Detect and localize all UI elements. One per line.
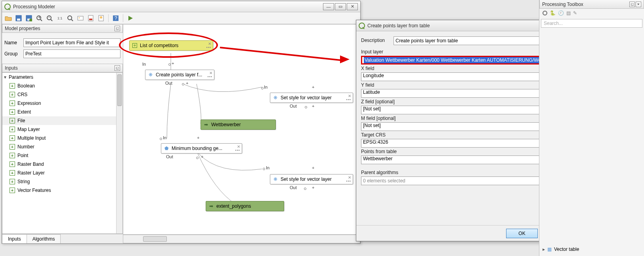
svg-rect-1 xyxy=(17,19,20,21)
svg-point-11 xyxy=(68,16,72,20)
gear-icon: ❋ xyxy=(273,176,278,182)
param-file[interactable]: +File xyxy=(2,116,122,125)
canvas-h-scrollbar[interactable] xyxy=(123,235,360,243)
qgis-icon xyxy=(359,23,365,29)
tab-inputs[interactable]: Inputs xyxy=(2,234,27,243)
node-list-of-competitors[interactable]: + List of competitors ✕••• xyxy=(129,40,213,51)
svg-point-14 xyxy=(79,17,80,18)
parameters-root[interactable]: ▾Parameters xyxy=(2,73,122,82)
panel-close-icon[interactable]: ✕ xyxy=(636,2,641,7)
undock-icon[interactable]: ◱ xyxy=(115,26,120,31)
export-pdf-icon[interactable] xyxy=(86,13,96,23)
plus-icon: + xyxy=(132,43,138,48)
gear-icon[interactable] xyxy=(543,11,547,15)
param-crs[interactable]: +CRS xyxy=(2,90,122,99)
model-properties-header[interactable]: Model properties ◱ xyxy=(2,24,123,33)
node-set-style-1[interactable]: ❋ Set style for vector layer ✕••• xyxy=(270,93,353,103)
qgis-icon xyxy=(4,4,11,10)
open-icon[interactable] xyxy=(4,13,13,23)
param-string[interactable]: +String xyxy=(2,177,122,186)
edit-icon[interactable]: ✎ xyxy=(573,10,577,16)
save-as-icon[interactable] xyxy=(24,13,34,23)
minimize-button[interactable]: — xyxy=(323,3,334,10)
toolbox-item-vector-table[interactable]: ▸ ▦ Vector table xyxy=(543,247,579,252)
zoom-fit-icon[interactable] xyxy=(65,13,75,23)
param-number[interactable]: +Number xyxy=(2,142,122,151)
ok-button[interactable]: OK xyxy=(506,229,538,238)
name-label: Name xyxy=(4,40,23,46)
results-icon[interactable]: ▤ xyxy=(566,10,571,16)
modeler-window: Processing Modeler — ▭ ✕ + - 1:1 ? Model… xyxy=(2,1,361,244)
close-button[interactable]: ✕ xyxy=(347,3,358,10)
svg-text:?: ? xyxy=(115,15,117,21)
model-group-input[interactable] xyxy=(23,49,120,58)
vector-table-icon: ▦ xyxy=(547,247,552,252)
processing-toolbox-panel: Processing Toolbox ◱ ✕ 🐍 🕘 ▤ ✎ Search...… xyxy=(539,0,644,256)
toolbox-toolbar: 🐍 🕘 ▤ ✎ xyxy=(539,9,644,17)
inputs-tree[interactable]: ▾Parameters +Boolean +CRS +Expression +E… xyxy=(2,72,123,234)
zoom-out-icon[interactable]: - xyxy=(45,13,54,23)
param-point[interactable]: +Point xyxy=(2,151,122,160)
modeler-titlebar[interactable]: Processing Modeler — ▭ ✕ xyxy=(2,1,360,12)
export-python-icon[interactable] xyxy=(96,13,106,23)
annotation-arrowhead xyxy=(340,55,350,63)
tree-scrollbar[interactable] xyxy=(116,73,122,233)
inputs-header[interactable]: Inputs ◱ xyxy=(2,64,123,72)
svg-point-18 xyxy=(100,16,102,19)
svg-rect-16 xyxy=(89,19,92,20)
tab-algorithms[interactable]: Algorithms xyxy=(27,234,61,243)
param-map-layer[interactable]: +Map Layer xyxy=(2,125,122,134)
maximize-button[interactable]: ▭ xyxy=(335,3,346,10)
description-label: Description xyxy=(361,38,390,43)
param-boolean[interactable]: +Boolean xyxy=(2,82,122,90)
polygon-icon: ⬟ xyxy=(164,146,169,151)
node-create-points[interactable]: ❋ Create points layer f... ✕••• xyxy=(145,70,214,80)
svg-text:+: + xyxy=(38,15,41,20)
gear-icon: ❋ xyxy=(273,95,278,101)
group-label: Group xyxy=(4,51,23,57)
param-vector-features[interactable]: +Vector Features xyxy=(2,186,122,195)
zoom-in-icon[interactable]: + xyxy=(34,13,44,23)
model-name-input[interactable] xyxy=(23,38,120,47)
param-raster-layer[interactable]: +Raster Layer xyxy=(2,169,122,177)
svg-line-12 xyxy=(71,19,73,21)
undock-icon[interactable]: ◱ xyxy=(629,2,635,7)
model-canvas[interactable]: + List of competitors ✕••• In + ❋ Create… xyxy=(123,24,360,235)
svg-rect-13 xyxy=(78,16,83,20)
node-extent-polygons[interactable]: ➡ extent_polygons xyxy=(206,201,284,211)
svg-line-9 xyxy=(51,19,52,21)
run-icon[interactable] xyxy=(126,13,135,23)
help-icon[interactable]: ? xyxy=(111,13,120,23)
arrow-right-icon: ➡ xyxy=(203,122,209,127)
zoom-11-icon[interactable]: 1:1 xyxy=(55,13,65,23)
modeler-toolbar: + - 1:1 ? xyxy=(2,12,360,24)
param-multiple-input[interactable]: +Multiple Input xyxy=(2,134,122,142)
node-wettbewerber[interactable]: ➡ Wettbewerber xyxy=(201,119,276,130)
python-icon[interactable]: 🐍 xyxy=(550,10,556,16)
svg-text:-: - xyxy=(48,15,50,20)
history-icon[interactable]: 🕘 xyxy=(558,10,564,16)
node-min-bounding[interactable]: ⬟ Minimum bounding ge... ✕••• xyxy=(161,143,242,154)
param-extent[interactable]: +Extent xyxy=(2,108,122,116)
port-in-label: In xyxy=(142,62,146,66)
param-expression[interactable]: +Expression xyxy=(2,99,122,108)
arrow-right-icon: ➡ xyxy=(208,203,214,209)
toolbox-header[interactable]: Processing Toolbox ◱ ✕ xyxy=(539,0,644,9)
node-set-style-2[interactable]: ❋ Set style for vector layer ✕••• xyxy=(270,174,353,184)
undock-icon[interactable]: ◱ xyxy=(115,65,120,71)
left-panel: Model properties ◱ Name Group Inputs ◱ ▾… xyxy=(2,24,123,243)
save-icon[interactable] xyxy=(14,13,23,23)
gear-icon: ❋ xyxy=(148,72,153,78)
param-raster-band[interactable]: +Raster Band xyxy=(2,160,122,169)
toolbox-search[interactable]: Search... xyxy=(541,19,642,28)
export-image-icon[interactable] xyxy=(76,13,85,23)
modeler-title: Processing Modeler xyxy=(13,4,323,9)
